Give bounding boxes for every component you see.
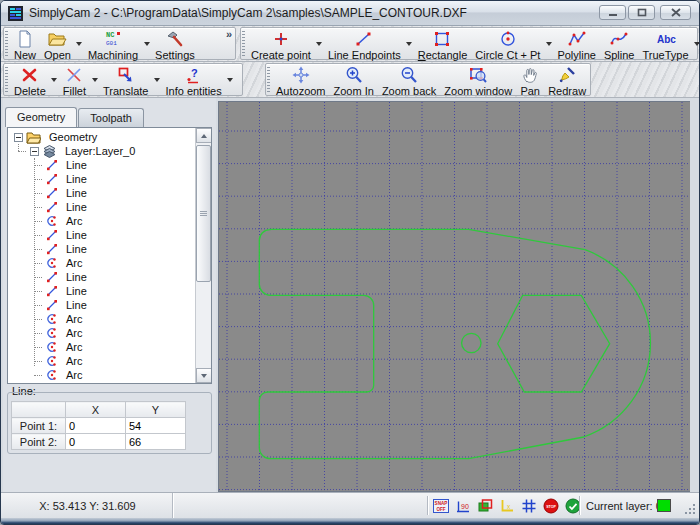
dropdown-arrow-icon[interactable] [405,28,414,59]
minimize-button[interactable] [599,5,626,20]
tree-expander-collapse[interactable] [14,133,23,142]
scroll-down-button[interactable] [196,368,212,383]
dropdown-arrow-icon[interactable] [152,64,161,95]
tab-geometry[interactable]: Geometry [5,107,77,127]
tree-item-line-8[interactable]: Line [8,270,194,284]
close-button[interactable] [660,5,691,20]
toolbar-button-create-point[interactable]: Create point [247,28,315,59]
tree-item-line-9[interactable]: Line [8,284,194,298]
tree-item-arc-12[interactable]: Arc [8,326,194,340]
dropdown-arrow-icon[interactable] [90,64,99,95]
toolbar-button-delete[interactable]: Delete [10,64,50,95]
drawing-canvas[interactable] [218,101,690,492]
tree-item-line-10[interactable]: Line [8,298,194,312]
dropdown-arrow-icon[interactable] [226,64,235,95]
tree-item-arc-14[interactable]: Arc [8,354,194,368]
maximize-button[interactable] [628,5,655,20]
arc-icon [46,369,58,381]
tree-item-line-6[interactable]: Line [8,242,194,256]
toolbar-overflow-chevron[interactable]: » [226,28,232,40]
toolbar-button-circle-ct-pt[interactable]: Circle Ct + Pt [471,28,544,59]
line-icon [46,285,58,297]
scroll-up-button[interactable] [196,128,212,143]
line-icon [46,187,58,199]
ortho-90-button[interactable]: 90 [453,496,473,515]
point1-y-value[interactable]: 54 [126,418,186,434]
tree-connector [34,319,42,320]
tab-toolpath[interactable]: Toolpath [78,108,144,127]
dropdown-arrow-icon[interactable] [75,28,84,59]
toolbar-grip[interactable] [242,31,245,56]
tree-item-arc-15[interactable]: Arc [8,368,194,382]
tree-connector [34,291,42,292]
toolbar-button-pan[interactable]: Pan [516,64,544,95]
toolbar-button-spline[interactable]: Spline [600,28,639,59]
stop-button[interactable]: STOP [541,496,561,515]
toolbar-button-new[interactable]: New [10,28,40,59]
toolbar-button-rectangle[interactable]: Rectangle [414,28,472,59]
toolbar-button-label: Circle Ct + Pt [475,49,540,61]
toolbar-grip[interactable] [267,67,270,92]
toolbar-button-zoom-window[interactable]: Zoom window [440,64,516,95]
tree-scrollbar[interactable] [195,128,211,383]
zoom-back-icon [399,65,419,85]
toolbar-grip[interactable] [5,31,8,56]
tree-item-arc-11[interactable]: Arc [8,312,194,326]
toolbar-button-open[interactable]: Open [40,28,75,59]
toolbar-button-machining[interactable]: NCG01Machining [84,28,142,59]
resize-grip[interactable] [684,503,697,516]
dropdown-arrow-icon[interactable] [315,28,324,59]
tree-item-arc-4[interactable]: Arc [8,214,194,228]
toolbar-button-truetype[interactable]: AbcTrueType [638,28,692,59]
scroll-thumb[interactable] [196,145,211,282]
toolbar-button-fillet[interactable]: Fillet [59,64,90,95]
statusbar-buttons: SNAPOFF90xSTOP [431,496,583,515]
tree-item-line-5[interactable]: Line [8,228,194,242]
origin-axes-button[interactable]: x [497,496,517,515]
grid-toggle-button[interactable] [519,496,539,515]
tree-item-arc-13[interactable]: Arc [8,340,194,354]
arc-icon [46,313,58,325]
info-icon: ? [184,65,204,85]
arc-icon [46,257,58,269]
toolbar-button-label: Settings [155,49,195,61]
dropdown-arrow-icon[interactable] [142,28,151,59]
toolbar-button-settings[interactable]: Settings [151,28,199,59]
point2-y-value[interactable]: 66 [126,434,186,450]
copy-entities-button[interactable] [475,496,495,515]
snap-toggle-button[interactable]: SNAPOFF [431,496,451,515]
toolbar-button-polyline[interactable]: Polyline [553,28,600,59]
point2-x-value[interactable]: 0 [66,434,126,450]
tree-item-line-2[interactable]: Line [8,186,194,200]
toolbar-button-autozoom[interactable]: Autozoom [272,64,330,95]
dropdown-arrow-icon[interactable] [544,28,553,59]
toolbar-button-redraw[interactable]: Redraw [544,64,590,95]
tree-item-layer[interactable]: Layer:Layer_0 [8,144,194,158]
column-header-x: X [66,402,126,418]
tree-item-arc-7[interactable]: Arc [8,256,194,270]
dropdown-arrow-icon[interactable] [50,64,59,95]
rectangle-icon [432,29,452,49]
toolbar-button-label: Rectangle [418,49,468,61]
toolbar-button-line-endpoints[interactable]: Line Endpoints [324,28,405,59]
tree-item-line-0[interactable]: Line [8,158,194,172]
statusbar-separator [427,496,428,515]
tree-item-line-1[interactable]: Line [8,172,194,186]
circle-icon [498,29,518,49]
toolbar-button-label: Zoom back [382,85,436,97]
point1-x-value[interactable]: 0 [66,418,126,434]
tree-item-label: Line [66,201,87,213]
tree-expander-collapse[interactable] [30,147,39,156]
layer-color-swatch[interactable] [657,499,671,512]
tree-item-line-3[interactable]: Line [8,200,194,214]
toolbar-button-zoom-back[interactable]: Zoom back [378,64,440,95]
confirm-button[interactable] [563,496,583,515]
toolbar-button-info-entities[interactable]: ?Info entities [161,64,225,95]
tree-item-geometry-root[interactable]: Geometry [8,130,194,144]
toolbar-button-translate[interactable]: Translate [99,64,152,95]
window-title: SimplyCam 2 - C:\ProgramData\SimplyCam 2… [29,6,467,20]
dropdown-arrow-icon[interactable] [693,28,700,59]
toolbar-button-zoom-in[interactable]: Zoom In [330,64,378,95]
toolbar-grip[interactable] [5,67,8,92]
cad-drawing [219,102,689,491]
